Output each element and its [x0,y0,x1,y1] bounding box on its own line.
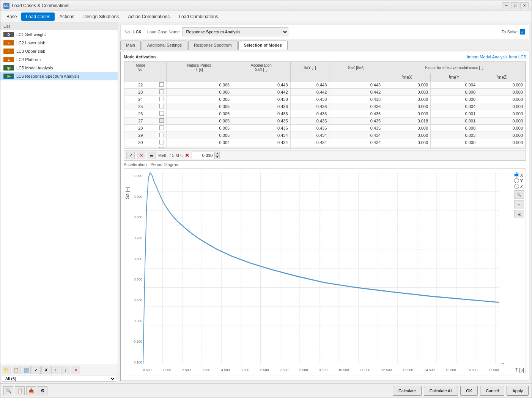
row-checkbox[interactable] [159,133,164,137]
chart-controls: X Y Z 🔍 ↔ 🖨 [514,172,524,218]
row-checkbox[interactable] [159,89,164,94]
partial-checkbox[interactable] [159,118,164,123]
calculate-button[interactable]: Calculate [393,386,422,396]
table-row: 28 0.005 0.435 0.435 0.435 0.000 0.000 0… [124,125,526,132]
window-title: Load Cases & Combinations [12,3,500,8]
move-down-button[interactable]: ↓ [61,366,70,374]
y-tick-3: 0.300 [134,319,142,323]
menu-actions[interactable]: Actions [55,13,79,21]
row-checkbox[interactable] [159,140,164,144]
row-checkbox[interactable] [159,97,164,101]
mode-table-area: ModeNo. Natural PeriodT [s] Acceleration… [124,61,526,149]
chart-zoom-btn[interactable]: 🔍 [514,190,524,199]
filter-value-input[interactable] [192,152,214,159]
row-checkbox[interactable] [159,111,164,116]
cell-check[interactable] [157,81,166,89]
mode-activation-title: Mode Activation [124,55,156,59]
tab-additional-settings[interactable]: Additional Settings [142,41,187,50]
cell-say: 0.436 [290,103,329,110]
row-checkbox[interactable] [159,125,164,130]
y-tick-2: 0.200 [134,340,142,343]
menu-load-cases[interactable]: Load Cases [21,13,55,21]
menu-action-combinations[interactable]: Action Combinations [123,13,174,21]
y-tick-4: 0.400 [134,298,142,302]
row-checkbox[interactable] [159,104,164,108]
x-tick-12: 11.500 [360,368,370,372]
sidebar-item-lc1[interactable]: D LC1 Self-weight [0,30,118,39]
uncheck-button[interactable]: ✗ [41,366,50,374]
lc-header: No. LC6 Load Case Name Response Spectrum… [120,25,529,39]
apply-button[interactable]: Apply [507,386,529,396]
sidebar-item-lc4[interactable]: L LC4 Platform [0,55,118,64]
cell-sax: 0.435 [232,118,290,125]
x-tick-17: 16.500 [467,368,478,372]
y-tick-10: 1.000 [134,174,142,178]
tab-selection-of-modes[interactable]: Selection of Modes [238,41,288,50]
filter-select-btn[interactable]: ☰ [148,152,156,159]
filter-check-btn[interactable]: ✓ [126,152,135,159]
spin-down[interactable]: ▼ [214,155,220,159]
cell-check[interactable] [157,118,166,125]
tab-response-spectrum[interactable]: Response Spectrum [188,41,238,50]
sidebar-item-lc5[interactable]: Qe LC5 Modal Analysis [0,64,118,72]
tab-main[interactable]: Main [120,41,141,50]
chart-pan-btn[interactable]: ↔ [514,200,524,208]
y-tick-9: 0.900 [134,195,142,199]
cell-fmez: 0.000 [478,146,526,149]
calculate-all-button[interactable]: Calculate All [424,386,458,396]
copy-lc-button[interactable]: 📋 [12,366,21,374]
lc-name-select[interactable]: Response Spectrum Analysis [182,27,288,36]
cell-say: 0.442 [290,89,329,96]
settings-button[interactable]: ⚙ [38,386,47,395]
renumber-button[interactable]: 🔢 [22,366,31,374]
ok-button[interactable]: OK [460,386,478,396]
x-tick-10: 9.500 [319,368,327,372]
cell-check[interactable] [157,125,166,132]
import-modal-link[interactable]: Import Modal Analysis from LC5 [467,55,526,59]
sidebar-list: D LC1 Self-weight L LC2 Lower slab L LC3… [0,30,118,364]
row-checkbox[interactable] [159,82,164,87]
close-button[interactable]: ✕ [520,2,529,9]
cell-check[interactable] [157,103,166,110]
cell-say: 0.436 [290,110,329,118]
check-button[interactable]: ✓ [31,366,41,374]
menu-load-combinations[interactable]: Load Combinations [174,13,222,21]
search-button[interactable]: 🔍 [3,386,13,395]
row-checkbox[interactable] [159,147,164,149]
filter-cancel-btn[interactable]: ✕ [137,152,145,159]
lc3-label: LC3 Upper slab [16,49,45,53]
sidebar-item-lc2[interactable]: L LC2 Lower slab [0,39,118,47]
chart-print-btn[interactable]: 🖨 [514,210,524,218]
menu-design-situations[interactable]: Design Situations [79,13,123,21]
main-area: No. LC6 Load Case Name Response Spectrum… [118,22,532,383]
cell-check[interactable] [157,139,166,146]
cell-fmez: 0.000 [478,81,526,89]
filter-select[interactable]: All (6) [2,376,116,382]
menu-base[interactable]: Base [2,13,21,21]
minimize-button[interactable]: ─ [502,2,510,9]
table-button[interactable]: 📋 [15,386,25,395]
maximize-button[interactable]: □ [511,2,519,9]
col-fmey: fmeY [431,73,478,81]
cell-check[interactable] [157,146,166,149]
mode-activation-header: Mode Activation Import Modal Analysis fr… [124,55,526,59]
radio-y[interactable]: Y [514,178,524,183]
cell-check[interactable] [157,132,166,139]
export-button[interactable]: 📤 [26,386,36,395]
cancel-button[interactable]: Cancel [480,386,504,396]
radio-z[interactable]: Z [514,184,524,189]
cell-check[interactable] [157,89,166,96]
to-solve-checkbox[interactable]: ✓ [520,29,525,34]
move-up-button[interactable]: ↑ [51,366,60,374]
cell-check[interactable] [157,110,166,118]
x-tick-1: 0.500 [143,368,152,372]
sidebar-item-lc6[interactable]: Qe LC6 Response Spectrum Analysis [0,72,118,80]
delete-lc-button[interactable]: ✕ [71,366,80,374]
cell-check[interactable] [157,96,166,103]
sidebar-item-lc3[interactable]: L LC3 Upper slab [0,47,118,55]
cell-fmey: 0.004 [431,103,478,110]
radio-x[interactable]: X [514,172,524,177]
new-lc-button[interactable]: 📁 [2,366,11,374]
col-say-2 [290,73,329,81]
spin-up[interactable]: ▲ [214,152,220,155]
